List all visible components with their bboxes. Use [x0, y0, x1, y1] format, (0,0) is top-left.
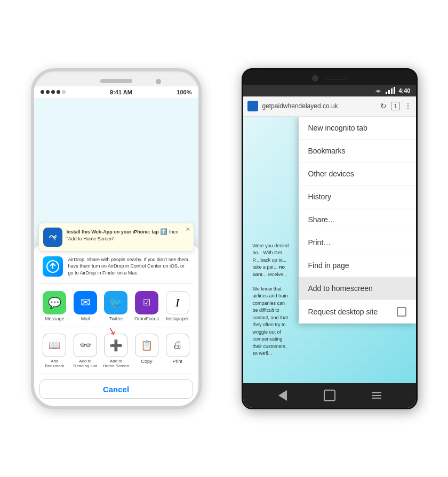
wifi-icon: [374, 87, 382, 94]
recent-icon: [372, 392, 381, 399]
signal-dot-4: [57, 90, 60, 94]
print-icon: 🖨: [166, 334, 189, 357]
message-icon: 💬: [43, 291, 66, 314]
signal-dot-3: [51, 90, 55, 94]
reading-list-label: Add toReading List: [74, 359, 97, 368]
android-recent-button[interactable]: [369, 387, 385, 403]
action-icons-row: ↘ 📖 AddBookmark 👓 Add toReading List ➕ A…: [39, 332, 193, 374]
bookmark-icon: 📖: [43, 334, 66, 357]
twitter-label: Twitter: [109, 316, 123, 321]
menu-item-bookmarks[interactable]: Bookmarks: [299, 140, 416, 163]
android-time: 4:40: [398, 87, 410, 94]
action-copy[interactable]: 📋 Copy: [133, 334, 161, 364]
iphone-status-bar: 9:41 AM 100%: [34, 86, 198, 98]
copy-icon: 📋: [135, 334, 158, 357]
airdrop-description: AirDrop. Share with people nearby. If yo…: [68, 256, 190, 277]
tabs-icon[interactable]: 1: [391, 102, 399, 110]
android-screen: 4:40 getpaidwhendelayed.co.uk ↻ 1 ⋮ Were…: [243, 85, 416, 408]
iphone-speaker: [100, 79, 132, 83]
android-camera: [312, 75, 318, 82]
menu-item-new-incognito[interactable]: New incognito tab: [299, 117, 416, 140]
signal-dot-2: [46, 90, 50, 94]
tooltip-text: Install this Web-App on your iPhone: tap…: [67, 228, 189, 242]
share-sheet: AirDrop. Share with people nearby. If yo…: [34, 245, 198, 378]
android-speaker: [326, 77, 347, 80]
copy-label: Copy: [141, 359, 153, 364]
mail-label: Mail: [81, 316, 90, 321]
twitter-icon: 🐦: [104, 291, 127, 314]
android-url-bar: getpaidwhendelayed.co.uk ↻ 1 ⋮: [243, 96, 416, 117]
menu-item-history[interactable]: History: [299, 185, 416, 208]
app-item-instapaper[interactable]: I Instapaper: [164, 291, 191, 321]
android-back-button[interactable]: [275, 387, 291, 403]
android-camera-area: [243, 70, 416, 85]
request-desktop-checkbox[interactable]: [397, 307, 406, 317]
menu-item-request-desktop[interactable]: Request desktop site: [299, 300, 416, 324]
android-web-content: Were you denied bo... With Get P... back…: [243, 117, 416, 383]
reading-list-icon: 👓: [74, 334, 97, 357]
instapaper-label: Instapaper: [166, 316, 189, 321]
android-home-button[interactable]: [322, 387, 338, 403]
android-device: 4:40 getpaidwhendelayed.co.uk ↻ 1 ⋮ Were…: [242, 68, 418, 409]
app-item-mail[interactable]: ✉ Mail: [72, 291, 99, 321]
message-label: Message: [45, 316, 65, 321]
omnifocus-icon: ☑: [135, 291, 158, 314]
menu-item-share[interactable]: Share…: [299, 208, 416, 231]
home-screen-icon: ➕: [104, 334, 127, 357]
iphone-screen: 9:41 AM 100% 🛩 Install this Web-App on y…: [34, 86, 198, 378]
iphone-device: 9:41 AM 100% 🛩 Install this Web-App on y…: [31, 68, 202, 409]
request-desktop-label: Request desktop site: [308, 308, 378, 316]
menu-item-other-devices[interactable]: Other devices: [299, 163, 416, 185]
android-page-text: Were you denied bo... With Get P... back…: [249, 238, 293, 362]
tooltip-close-icon[interactable]: ×: [186, 225, 190, 233]
signal-dot-5: [62, 90, 66, 94]
action-print[interactable]: 🖨 Print: [164, 334, 191, 364]
app-item-twitter[interactable]: 🐦 Twitter: [102, 291, 129, 321]
app-item-message[interactable]: 💬 Message: [41, 291, 68, 321]
airdrop-section: AirDrop. Share with people nearby. If yo…: [39, 252, 193, 284]
omnifocus-label: OmniFocus: [134, 316, 159, 321]
mail-icon: ✉: [74, 291, 97, 314]
home-icon: [324, 390, 335, 401]
iphone-time: 9:41 AM: [110, 89, 132, 95]
tooltip-app-icon: 🛩: [43, 228, 62, 247]
menu-item-add-homescreen[interactable]: Add to homescreen: [299, 277, 416, 300]
bookmark-label: AddBookmark: [45, 359, 64, 368]
back-icon: [278, 390, 287, 401]
menu-icon[interactable]: ⋮: [404, 102, 412, 110]
app-icons-row: 💬 Message ✉ Mail 🐦 Twitter ☑ OmniFocus: [39, 289, 193, 327]
action-home-screen[interactable]: ➕ Add toHome Screen: [102, 334, 130, 368]
signal-dot-1: [41, 90, 44, 94]
android-url-icons: ↻ 1 ⋮: [380, 102, 411, 110]
menu-item-find-in-page[interactable]: Find in page: [299, 254, 416, 277]
android-dropdown-menu: New incognito tab Bookmarks Other device…: [299, 117, 416, 324]
iphone-signal-dots: [41, 90, 66, 94]
android-bottom-nav: [243, 383, 416, 408]
action-reading-list[interactable]: 👓 Add toReading List: [71, 334, 99, 368]
android-favicon: [247, 101, 258, 111]
android-status-bar: 4:40: [243, 85, 416, 96]
airdrop-icon: [43, 256, 63, 277]
instapaper-icon: I: [166, 291, 189, 314]
iphone-camera: [156, 79, 161, 84]
ios-install-tooltip: 🛩 Install this Web-App on your iPhone: t…: [38, 223, 194, 252]
iphone-battery: 100%: [177, 89, 191, 95]
scene: 9:41 AM 100% 🛩 Install this Web-App on y…: [0, 0, 448, 477]
android-url[interactable]: getpaidwhendelayed.co.uk: [262, 102, 377, 110]
action-add-bookmark[interactable]: 📖 AddBookmark: [41, 334, 68, 368]
signal-icon: [386, 87, 395, 94]
menu-item-print[interactable]: Print…: [299, 231, 416, 254]
app-item-omnifocus[interactable]: ☑ OmniFocus: [133, 291, 160, 321]
home-screen-label: Add toHome Screen: [103, 359, 129, 368]
refresh-icon[interactable]: ↻: [380, 102, 387, 110]
print-label: Print: [172, 359, 182, 364]
